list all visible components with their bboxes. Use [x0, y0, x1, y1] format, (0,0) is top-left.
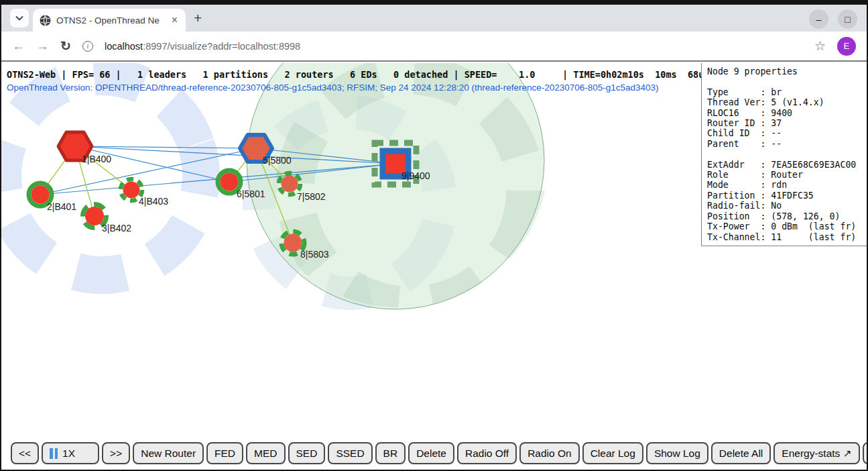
speed-up-button-label: >> — [110, 448, 122, 460]
ssed-button-label: SSED — [336, 448, 364, 460]
delete-button[interactable]: Delete — [408, 442, 454, 464]
med-button[interactable]: MED — [246, 442, 285, 464]
node-label: 7|5802 — [297, 191, 326, 202]
delete-button-label: Delete — [416, 448, 446, 460]
fed-button[interactable]: FED — [206, 442, 243, 464]
fed-button-label: FED — [214, 448, 235, 460]
energy-stats-button[interactable]: Energy-stats ↗ — [773, 442, 859, 464]
openthread-version-line: OpenThread Version: OPENTHREAD/thread-re… — [7, 83, 659, 93]
tab-close-icon[interactable]: × — [170, 14, 179, 26]
br-button-label: BR — [383, 448, 398, 460]
new-tab-button[interactable]: + — [194, 11, 202, 25]
sed-button-label: SED — [296, 448, 318, 460]
circle-node-shape — [85, 207, 104, 225]
pause-icon — [50, 448, 58, 459]
tab-strip: OTNS2 - OpenThread Ne × + – □ — [1, 5, 867, 32]
speed-down-button[interactable]: << — [11, 442, 39, 464]
node-label: 2|B401 — [47, 201, 76, 212]
forward-icon[interactable]: → — [36, 39, 49, 54]
node-label: 6|5801 — [237, 189, 265, 199]
radio-off-button[interactable]: Radio Off — [457, 442, 517, 464]
speed-down-button-label: << — [19, 448, 31, 460]
circle-node-shape — [221, 173, 239, 191]
circle-node-shape — [282, 176, 298, 193]
chevron-down-icon — [15, 15, 23, 21]
url-text[interactable]: localhost:8997/visualize?addr=localhost:… — [105, 41, 300, 52]
simulation-status-line: OTNS2-Web | FPS= 66 | 1 leaders 1 partit… — [7, 69, 709, 80]
reload-icon[interactable]: ↻ — [60, 38, 71, 54]
node-stats-button[interactable]: Node-stats ↗ — [863, 442, 867, 464]
show-log-button[interactable]: Show Log — [646, 442, 708, 464]
new-router-button-label: New Router — [141, 448, 196, 460]
speed-button-label: 1X — [62, 448, 75, 460]
browser-window: OTNS2 - OpenThread Ne × + – □ ← → ↻ i lo… — [0, 0, 868, 471]
clear-log-button[interactable]: Clear Log — [582, 442, 643, 464]
back-icon[interactable]: ← — [12, 39, 25, 54]
radio-off-button-label: Radio Off — [465, 448, 509, 460]
radio-on-button[interactable]: Radio On — [519, 442, 579, 464]
sed-button[interactable]: SED — [288, 442, 326, 464]
radio-on-button-label: Radio On — [528, 448, 571, 460]
tab-search-button[interactable] — [10, 9, 29, 28]
show-log-button-label: Show Log — [654, 448, 700, 460]
browser-tab[interactable]: OTNS2 - OpenThread Ne × — [33, 9, 186, 32]
profile-avatar[interactable]: E — [837, 37, 856, 56]
tab-title: OTNS2 - OpenThread Ne — [56, 15, 165, 25]
otns-canvas-area: 1|B4002|B4013|B4024|B4035|58006|58017|58… — [1, 63, 867, 470]
node-label: 5|5800 — [263, 155, 292, 166]
ssed-button[interactable]: SSED — [328, 442, 372, 464]
node-label: 1|B400 — [82, 154, 111, 164]
new-router-button[interactable]: New Router — [133, 442, 204, 464]
address-bar: ← → ↻ i localhost:8997/visualize?addr=lo… — [1, 32, 867, 62]
site-info-icon[interactable]: i — [82, 41, 93, 52]
url-host: localhost — [105, 41, 143, 52]
speed-button[interactable]: 1X — [42, 442, 99, 464]
window-maximize-button[interactable]: □ — [838, 9, 857, 29]
action-toolbar: <<1X>>New RouterFEDMEDSEDSSEDBRDeleteRad… — [11, 442, 867, 464]
br-button[interactable]: BR — [375, 442, 406, 464]
node-label: 3|B402 — [102, 223, 131, 233]
node-label: 8|5803 — [300, 249, 329, 260]
url-path: :8997/visualize?addr=localhost:8998 — [143, 41, 300, 52]
delete-all-button-label: Delete All — [719, 448, 763, 460]
circle-node-shape — [284, 234, 302, 252]
energy-stats-button-label: Energy-stats ↗ — [782, 448, 851, 460]
window-minimize-button[interactable]: – — [809, 9, 828, 29]
node-label: 9|9400 — [401, 170, 430, 181]
bookmark-star-icon[interactable]: ☆ — [814, 38, 826, 54]
node-properties-panel: Node 9 properties Type : br Thread Ver: … — [701, 63, 867, 246]
circle-node-shape — [123, 182, 140, 199]
globe-favicon-icon — [40, 15, 51, 26]
delete-all-button[interactable]: Delete All — [711, 442, 771, 464]
clear-log-button-label: Clear Log — [591, 448, 635, 460]
node-label: 4|B403 — [139, 196, 168, 207]
speed-up-button[interactable]: >> — [102, 442, 130, 464]
med-button-label: MED — [254, 448, 277, 460]
